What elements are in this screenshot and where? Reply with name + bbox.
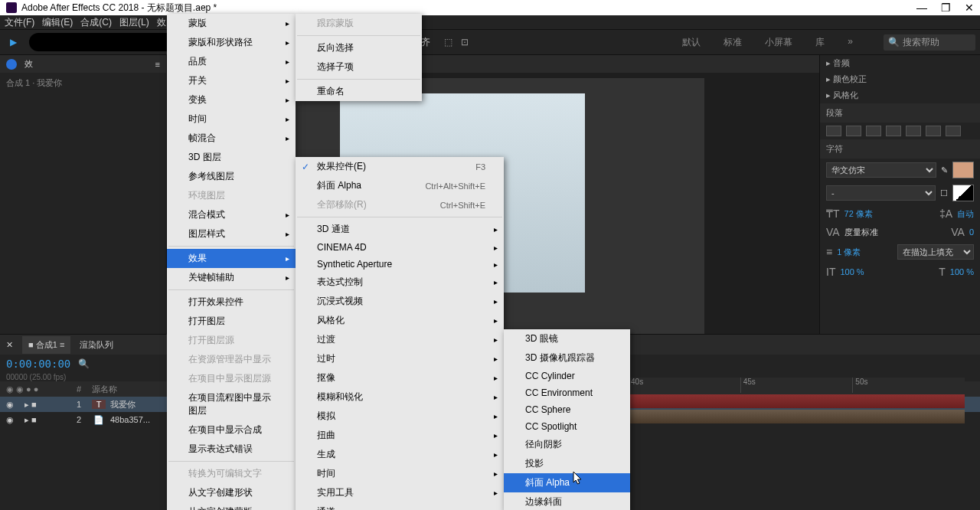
menu-item[interactable]: 变换 (167, 90, 296, 110)
stroke-width[interactable]: 1 像素 (837, 247, 861, 258)
menu-item[interactable]: 3D 图层 (167, 148, 296, 167)
menu-item[interactable]: 通道 (296, 502, 504, 510)
workspace-standard[interactable]: 标准 (724, 36, 742, 49)
menu-item[interactable]: 打开图层 (167, 312, 296, 331)
workspace-small[interactable]: 小屏幕 (765, 36, 792, 49)
search-help[interactable]: 🔍 搜索帮助 (884, 34, 975, 51)
align-right-icon[interactable] (866, 126, 881, 136)
vscale-value[interactable]: 100 % (840, 267, 864, 276)
menu-item[interactable]: 斜面 AlphaCtrl+Alt+Shift+E (296, 176, 504, 195)
stroke-mode[interactable]: 在描边上填充 (897, 244, 974, 260)
align-justify-all-icon[interactable] (946, 126, 961, 136)
leading-value[interactable]: 自动 (957, 208, 974, 220)
font-size[interactable]: 72 像素 (844, 208, 873, 220)
menu-item[interactable]: CC Cylinder (504, 368, 630, 384)
menu-item[interactable]: 开关 (167, 71, 296, 90)
menu-item[interactable]: 重命名 (296, 82, 422, 101)
workspace-more-icon[interactable]: » (848, 36, 853, 49)
menu-item[interactable]: 径向阴影 (504, 435, 630, 454)
menu-item[interactable]: 斜面 Alpha (504, 473, 630, 492)
hscale-value[interactable]: 100 % (950, 267, 974, 276)
workspace-library[interactable]: 库 (815, 36, 825, 49)
menu-item[interactable]: 从文字创建蒙版 (167, 502, 296, 510)
menu-item[interactable]: 效果 (167, 249, 296, 268)
timecode[interactable]: 0:00:00:00 (6, 358, 70, 370)
menu-item[interactable]: 在项目流程图中显示图层 (167, 388, 296, 420)
menu-item[interactable]: 混合模式 (167, 205, 296, 224)
section-color[interactable]: ▸ 颜色校正 (820, 71, 980, 87)
section-stylize[interactable]: ▸ 风格化 (820, 87, 980, 103)
fill-swatch[interactable] (952, 162, 974, 178)
menu-item[interactable]: 投影 (504, 454, 630, 473)
menu-item[interactable]: 3D 摄像机跟踪器 (504, 348, 630, 368)
timeline-tab-render[interactable]: 渲染队列 (80, 339, 113, 351)
menu-item[interactable]: 参考线图层 (167, 167, 296, 186)
menu-item[interactable]: 在项目中显示合成 (167, 420, 296, 440)
align-justify-c-icon[interactable] (906, 126, 921, 136)
menu-item[interactable]: CINEMA 4D (296, 239, 504, 256)
section-audio[interactable]: ▸ 音频 (820, 55, 980, 71)
menu-item[interactable]: 抠像 (296, 368, 504, 387)
panel-dot-icon[interactable] (6, 59, 17, 70)
menu-item[interactable]: CC Spotlight (504, 418, 630, 435)
menu-item[interactable]: 时间 (296, 464, 504, 483)
menu-item[interactable]: 过时 (296, 349, 504, 368)
menu-item[interactable]: 效果控件(E)F3 (296, 157, 504, 176)
menu-item[interactable]: 生成 (296, 445, 504, 464)
menu-item[interactable]: 蒙版和形状路径 (167, 33, 296, 52)
menu-item[interactable]: 图层样式 (167, 224, 296, 244)
eyedropper-icon[interactable]: ✎ (941, 165, 948, 175)
section-character[interactable]: 字符 (820, 139, 980, 159)
menu-item[interactable]: 模糊和锐化 (296, 387, 504, 407)
align-justify-r-icon[interactable] (926, 126, 941, 136)
menu-item[interactable]: 风格化 (296, 311, 504, 330)
menu-item[interactable]: 反向选择 (296, 38, 422, 57)
menu-item[interactable]: 过渡 (296, 330, 504, 349)
menu-item[interactable]: 扭曲 (296, 426, 504, 445)
section-paragraph[interactable]: 段落 (820, 103, 980, 123)
menu-item[interactable]: 蒙版 (167, 14, 296, 33)
menu-item[interactable]: 时间 (167, 110, 296, 129)
maximize-button[interactable]: ❐ (941, 2, 951, 14)
font-style-select[interactable]: - (826, 185, 936, 201)
close-button[interactable]: ✕ (965, 2, 974, 14)
menu-item[interactable]: 选择子项 (296, 57, 422, 77)
minimize-button[interactable]: — (916, 2, 927, 14)
align-left-icon[interactable] (826, 126, 841, 136)
menu-composition[interactable]: 合成(C) (80, 16, 112, 29)
menu-item[interactable]: 3D 眼镜 (504, 329, 630, 348)
menu-item[interactable]: 边缘斜面 (504, 492, 630, 510)
menu-item[interactable]: 帧混合 (167, 129, 296, 148)
tool-icon-1[interactable]: ⬚ (439, 34, 456, 51)
menu-item[interactable]: 沉浸式视频 (296, 292, 504, 311)
menu-layer[interactable]: 图层(L) (119, 16, 149, 29)
tracking-value[interactable]: 0 (969, 227, 974, 237)
menu-file[interactable]: 文件(F) (5, 16, 34, 29)
font-select[interactable]: 华文仿宋 (826, 162, 936, 178)
stroke-toggle-icon[interactable]: ☐ (940, 188, 948, 198)
project-tab[interactable]: 效 (24, 58, 33, 70)
menu-effect[interactable]: 效 (157, 16, 166, 29)
menu-item[interactable]: CC Environment (504, 384, 630, 401)
tool-icon-2[interactable]: ⊡ (456, 34, 473, 51)
menu-item[interactable]: 模拟 (296, 407, 504, 426)
menu-item[interactable]: 表达式控制 (296, 273, 504, 292)
selection-tool-icon[interactable]: ▶ (5, 34, 21, 51)
workspace-default[interactable]: 默认 (682, 36, 701, 49)
menu-item[interactable]: CC Sphere (504, 401, 630, 418)
menu-item[interactable]: 显示表达式错误 (167, 440, 296, 459)
menu-item[interactable]: 实用工具 (296, 483, 504, 502)
timeline-tab-comp[interactable]: ■ 合成1 ≡ (22, 336, 70, 354)
menu-edit[interactable]: 编辑(E) (42, 16, 73, 29)
kerning-value[interactable]: 度量标准 (844, 227, 878, 238)
menu-item[interactable]: Synthetic Aperture (296, 256, 504, 273)
stroke-swatch[interactable] (952, 185, 974, 201)
align-center-icon[interactable] (846, 126, 861, 136)
menu-item[interactable]: 3D 通道 (296, 220, 504, 239)
align-justify-l-icon[interactable] (886, 126, 901, 136)
menu-item[interactable]: 品质 (167, 52, 296, 71)
menu-item[interactable]: 打开效果控件 (167, 293, 296, 312)
timeline-close-icon[interactable]: ✕ (6, 340, 13, 350)
search-layers-icon[interactable]: 🔍 (78, 358, 90, 369)
menu-item[interactable]: 从文字创建形状 (167, 483, 296, 502)
